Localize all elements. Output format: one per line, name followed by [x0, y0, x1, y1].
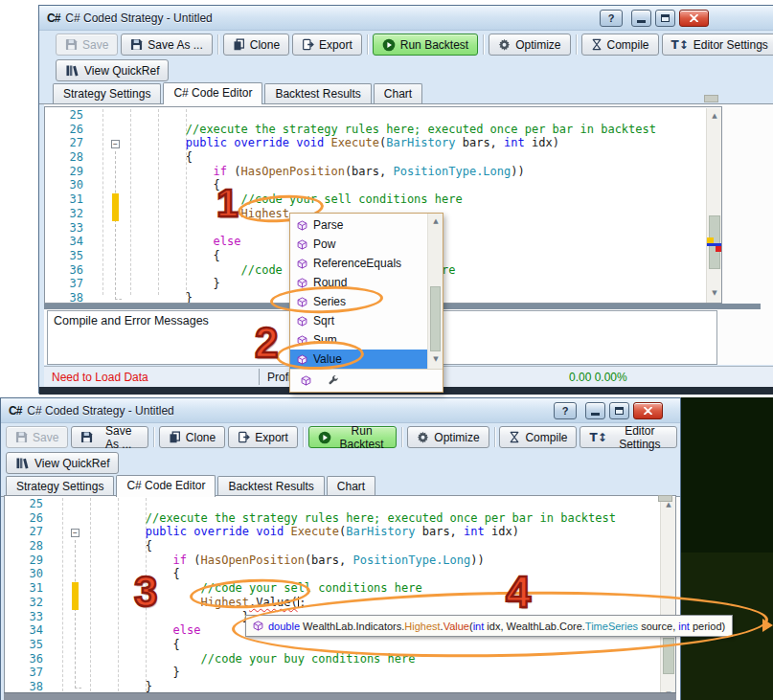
toolbar-separator: [401, 427, 402, 447]
properties-filter-icon[interactable]: [328, 373, 339, 390]
popup-scrollbar[interactable]: ▲ ▼: [427, 214, 443, 369]
gear-icon: [417, 431, 429, 443]
scrollbar-thumb[interactable]: [430, 286, 441, 351]
completion-item-referenceequals[interactable]: ReferenceEquals: [290, 254, 427, 273]
export-button[interactable]: Export: [228, 426, 298, 448]
view-quickref-button[interactable]: View QuickRef: [6, 452, 119, 474]
export-icon: [302, 38, 314, 51]
line-number: 37: [45, 277, 95, 291]
hourglass-icon: [591, 38, 602, 51]
window-controls: ?: [600, 10, 709, 27]
quickref-toolbar: View QuickRef: [39, 58, 773, 82]
export-icon: [238, 431, 250, 443]
editor-settings-button[interactable]: T↕Editor Settings: [662, 34, 773, 56]
run-backtest-button[interactable]: Run Backtest: [308, 426, 398, 448]
method-cube-icon: [297, 278, 307, 288]
clone-icon: [169, 431, 181, 443]
maximize-button[interactable]: [655, 10, 675, 27]
line-number: 32: [5, 596, 55, 610]
line-number: 36: [45, 263, 95, 278]
clone-button[interactable]: Clone: [159, 426, 225, 448]
fold-collapse-box[interactable]: [111, 140, 120, 148]
line-number: 33: [45, 221, 95, 236]
method-cube-icon: [297, 239, 307, 250]
tab-strategy-settings[interactable]: Strategy Settings: [6, 476, 114, 496]
scroll-down-icon[interactable]: ▼: [707, 287, 722, 299]
scroll-up-icon[interactable]: ▲: [707, 110, 722, 122]
clone-button[interactable]: Clone: [223, 34, 289, 56]
quickref-toolbar: View QuickRef: [1, 451, 680, 475]
strategy-window-bottom: C# C# Coded Strategy - Untitled ? SaveSa…: [0, 397, 681, 700]
completion-item-pow[interactable]: Pow: [290, 235, 427, 254]
tab-backtest-results[interactable]: Backtest Results: [264, 83, 371, 103]
tab-code-editor[interactable]: C# Code Editor: [116, 475, 216, 497]
code-line-28: 28 {: [45, 150, 705, 165]
minimize-button[interactable]: [585, 402, 605, 419]
status-values: 0.00 0.00%: [569, 371, 627, 384]
line-number: 32: [45, 207, 95, 221]
scrollbar-splitter-grip[interactable]: [658, 495, 672, 502]
line-number: 35: [5, 638, 55, 652]
editor-vertical-scrollbar[interactable]: ▲ ▼: [706, 108, 722, 303]
run-backtest-button[interactable]: Run Backtest: [373, 34, 478, 56]
code-line-27: 27 public override void Execute(BarHisto…: [45, 136, 705, 150]
editor-settings-button[interactable]: T↕Editor Settings: [580, 426, 677, 448]
help-button[interactable]: ?: [554, 402, 577, 419]
scrollbar-error-marker: [716, 246, 722, 252]
save-as-button[interactable]: Save As ...: [71, 426, 148, 448]
scrollbar-splitter-grip[interactable]: [704, 95, 718, 102]
tutorial-screenshot: C# C# Coded Strategy - Untitled ? SaveSa…: [0, 0, 773, 700]
close-icon: [690, 12, 698, 24]
fold-collapse-box[interactable]: [71, 529, 80, 537]
tab-backtest-results[interactable]: Backtest Results: [217, 476, 324, 496]
code-line-37: 37 }: [5, 666, 659, 680]
floppy-icon: [65, 38, 78, 51]
title-bar[interactable]: C# C# Coded Strategy - Untitled ?: [39, 6, 773, 31]
line-number: 36: [5, 652, 55, 666]
line-number: 26: [45, 123, 95, 137]
editor-horizontal-scrollbar[interactable]: [4, 692, 676, 700]
export-button[interactable]: Export: [292, 34, 362, 56]
gear-icon: [498, 38, 511, 51]
scroll-up-icon[interactable]: ▲: [428, 215, 443, 227]
line-number: 31: [5, 581, 55, 596]
save-as-button[interactable]: Save As ...: [121, 34, 212, 56]
methods-filter-icon[interactable]: [301, 373, 311, 390]
completion-item-parse[interactable]: Parse: [290, 215, 427, 235]
floppy-icon: [130, 38, 143, 51]
close-button[interactable]: [633, 402, 663, 419]
optimize-button[interactable]: Optimize: [489, 34, 570, 56]
tab-code-editor[interactable]: C# Code Editor: [163, 82, 262, 104]
window-title: C# Coded Strategy - Untitled: [27, 404, 173, 418]
completion-item-sqrt[interactable]: Sqrt: [290, 311, 427, 330]
annotation-number-2: 2: [255, 322, 278, 364]
hourglass-icon: [509, 431, 520, 443]
minimize-button[interactable]: [631, 10, 651, 27]
method-cube-icon: [297, 259, 307, 269]
maximize-button[interactable]: [609, 402, 629, 419]
compile-button[interactable]: Compile: [581, 34, 659, 56]
desktop-background-upper: [681, 397, 773, 553]
tab-chart[interactable]: Chart: [374, 83, 422, 103]
compile-button[interactable]: Compile: [499, 426, 577, 448]
title-bar[interactable]: C# C# Coded Strategy - Untitled ?: [1, 398, 680, 423]
toolbar-separator: [153, 427, 154, 447]
document-tabs: Strategy SettingsC# Code EditorBacktest …: [1, 475, 680, 497]
document-tabs: Strategy SettingsC# Code EditorBacktest …: [39, 82, 773, 104]
toolbar-separator: [367, 34, 368, 55]
clone-icon: [233, 38, 245, 51]
close-button[interactable]: [679, 10, 709, 27]
save-button[interactable]: Save: [6, 426, 68, 448]
optimize-button[interactable]: Optimize: [407, 426, 489, 448]
save-button[interactable]: Save: [56, 34, 118, 56]
annotation-arrow-tip: [762, 619, 773, 632]
changed-lines-marker: [72, 582, 79, 610]
tab-chart[interactable]: Chart: [327, 476, 375, 496]
tab-strategy-settings[interactable]: Strategy Settings: [53, 83, 161, 103]
help-button[interactable]: ?: [600, 10, 623, 27]
scroll-down-icon[interactable]: ▼: [428, 353, 443, 365]
line-number: 29: [5, 553, 55, 568]
line-number: 31: [45, 192, 95, 207]
annotation-number-1: 1: [216, 184, 239, 223]
view-quickref-button[interactable]: View QuickRef: [56, 59, 169, 81]
